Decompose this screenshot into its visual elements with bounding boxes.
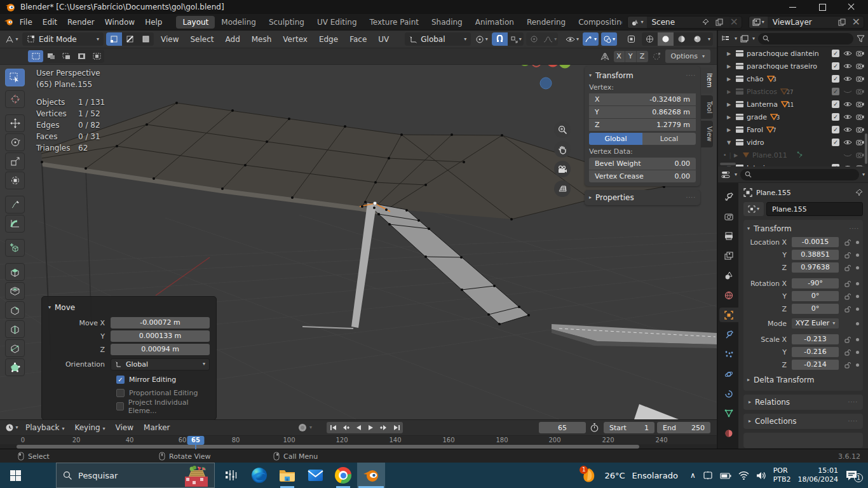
outliner-row-interior[interactable]: ▼ Interior ✓ xyxy=(718,161,868,166)
eye-closed-icon[interactable] xyxy=(843,152,852,158)
menu-mesh[interactable]: Mesh xyxy=(247,35,276,44)
edge-icon[interactable] xyxy=(245,463,273,488)
prev-keyframe-button[interactable] xyxy=(339,422,352,433)
tab-texture-paint[interactable]: Texture Paint xyxy=(363,16,425,29)
weather-temp[interactable]: 26°C xyxy=(604,471,625,480)
outliner-row-farol[interactable]: ▶ Farol 7 ✓ xyxy=(718,123,868,136)
properties-collapsed-panel[interactable]: ▸Properties···· xyxy=(585,190,700,205)
scene-browse-icon[interactable]: ▾ xyxy=(628,17,646,28)
eye-icon[interactable] xyxy=(843,50,852,57)
camera-view-button[interactable] xyxy=(554,161,571,177)
animate-dot[interactable] xyxy=(856,363,859,367)
lock-icon[interactable] xyxy=(843,293,851,300)
object-name-field[interactable]: Plane.155 xyxy=(766,202,863,216)
menu-edge[interactable]: Edge xyxy=(315,35,342,44)
pivot-point-button[interactable]: ▾ xyxy=(473,32,489,46)
mirror-z-button[interactable]: Z xyxy=(637,51,648,62)
tool-transform[interactable] xyxy=(5,172,25,189)
lock-icon[interactable] xyxy=(843,239,851,246)
move-y-field[interactable]: 0.000133 m xyxy=(111,330,210,342)
auto-key-button[interactable]: ▾ xyxy=(297,423,312,433)
animate-dot[interactable] xyxy=(856,351,859,354)
new-scene-icon[interactable] xyxy=(712,18,726,26)
face-select-button[interactable] xyxy=(138,32,154,46)
eye-icon[interactable] xyxy=(843,101,852,107)
next-keyframe-button[interactable] xyxy=(377,422,390,433)
ortho-toggle-button[interactable] xyxy=(554,180,571,197)
minimize-button[interactable] xyxy=(789,3,797,11)
camera-icon[interactable] xyxy=(856,152,864,158)
vertex-select-button[interactable] xyxy=(106,32,122,46)
menu-vertex[interactable]: Vertex xyxy=(278,35,312,44)
play-button[interactable] xyxy=(365,422,377,433)
viewlayer-browse-icon[interactable]: ▾ xyxy=(749,17,768,28)
wireframe-shading-button[interactable] xyxy=(642,32,658,46)
menu-marker[interactable]: Marker xyxy=(139,423,174,432)
tool-measure[interactable] xyxy=(5,215,25,233)
orientation-select[interactable]: Global▾ xyxy=(111,358,210,370)
menu-render[interactable]: Render xyxy=(62,17,100,28)
menu-tl-view[interactable]: View xyxy=(111,423,138,432)
scale-y-field[interactable]: -0.216 xyxy=(792,347,839,357)
select-set-button[interactable] xyxy=(28,50,43,62)
blender-taskbar-icon[interactable] xyxy=(357,463,385,488)
current-frame-field[interactable]: 65 xyxy=(539,422,586,433)
tab-shading[interactable]: Shading xyxy=(425,16,469,29)
viewlayer-selector[interactable]: ▾ ViewLayer ✕ xyxy=(749,16,864,29)
project-individual-checkbox[interactable]: Project Individual Eleme... xyxy=(116,400,210,413)
rotation-y-field[interactable]: 0° xyxy=(792,291,839,301)
panel-grip[interactable]: ···· xyxy=(686,72,696,79)
tab-uv-editing[interactable]: UV Editing xyxy=(311,16,363,29)
menu-playback[interactable]: Playback ▾ xyxy=(21,423,69,432)
tab-modeling[interactable]: Modeling xyxy=(215,16,262,29)
tool-rotate[interactable] xyxy=(5,133,25,151)
menu-window[interactable]: Window xyxy=(100,17,140,28)
snap-individual-icon[interactable] xyxy=(652,52,661,60)
scene-name[interactable]: Scene xyxy=(647,18,700,27)
xray-toggle-button[interactable] xyxy=(623,32,639,46)
breadcrumb-object-name[interactable]: Plane.155 xyxy=(756,189,791,197)
tool-scale[interactable] xyxy=(5,152,25,170)
tab-render-icon[interactable] xyxy=(719,209,738,224)
tab-modifiers-icon[interactable] xyxy=(719,327,738,342)
bevel-weight-field[interactable]: Bevel Weight0.00 xyxy=(589,158,696,170)
outliner-hscrollbar[interactable] xyxy=(720,163,736,165)
menu-keying[interactable]: Keying ▾ xyxy=(70,423,109,432)
rotation-z-field[interactable]: 0° xyxy=(792,304,839,314)
tool-inset[interactable] xyxy=(5,282,25,300)
timeline-editor-icon[interactable]: ▾ xyxy=(4,421,20,435)
mirror-x-button[interactable]: X xyxy=(614,51,625,62)
local-space-button[interactable]: Local xyxy=(642,133,696,145)
weather-icon[interactable]: 1 xyxy=(581,467,597,484)
mirror-editing-checkbox[interactable]: ✓Mirror Editing xyxy=(116,373,210,386)
menu-edit[interactable]: Edit xyxy=(37,17,62,28)
tool-select-box[interactable] xyxy=(5,69,25,86)
tab-sculpting[interactable]: Sculpting xyxy=(262,16,311,29)
material-shading-button[interactable] xyxy=(674,32,689,46)
chrome-icon[interactable] xyxy=(329,463,357,488)
properties-editor-icon[interactable] xyxy=(721,170,731,179)
menu-view[interactable]: View xyxy=(156,35,183,44)
vertex-z-field[interactable]: Z1.2779 m xyxy=(589,119,696,131)
close-button[interactable] xyxy=(848,3,855,11)
tab-scene-icon[interactable] xyxy=(719,268,738,283)
battery-icon[interactable] xyxy=(720,472,731,479)
tablet-mode-icon[interactable] xyxy=(703,471,713,480)
options-button[interactable]: Options▾ xyxy=(665,50,710,63)
eye-icon[interactable] xyxy=(843,139,852,146)
overlays-toggle-button[interactable]: ▾ xyxy=(601,32,617,46)
menu-help[interactable]: Help xyxy=(140,17,167,28)
rotation-mode-dropdown[interactable]: XYZ Euler▾ xyxy=(792,318,839,329)
file-explorer-icon[interactable] xyxy=(273,463,301,488)
end-frame-field[interactable]: End250 xyxy=(657,422,710,433)
transform-panel-title[interactable]: Transform xyxy=(595,71,634,80)
menu-uv[interactable]: UV xyxy=(374,35,393,44)
properties-search-input[interactable] xyxy=(740,169,859,180)
stopwatch-icon[interactable] xyxy=(590,423,599,433)
outliner-row-lanterna[interactable]: ▶ Lanterna 11 ✓ xyxy=(718,98,868,111)
object-browse-button[interactable]: ▾ xyxy=(743,202,764,216)
tool-loop-cut[interactable] xyxy=(5,320,25,338)
select-extend-button[interactable] xyxy=(43,50,58,62)
animate-dot[interactable] xyxy=(856,266,859,269)
relations-panel[interactable]: ▸Relations···· xyxy=(743,395,863,410)
